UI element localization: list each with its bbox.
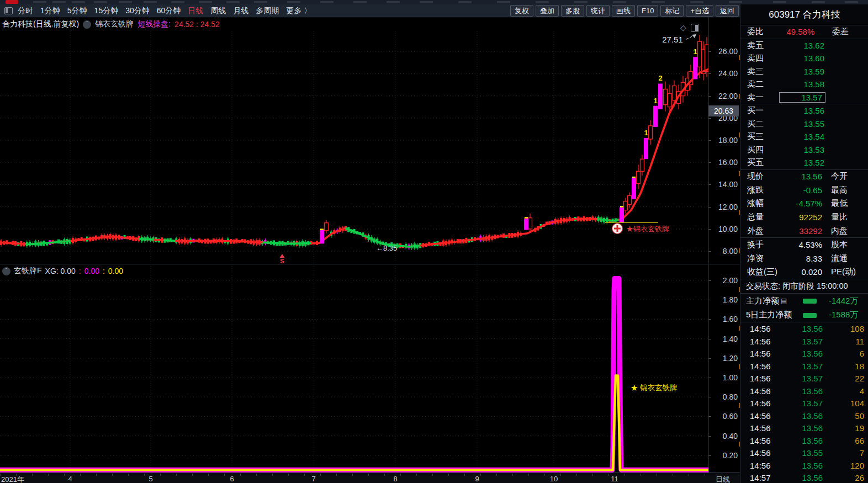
tick-time: 14:57 [740, 473, 783, 482]
weibi-label: 委比 [740, 26, 779, 37]
toolbar-button-统计[interactable]: 统计 [586, 5, 610, 17]
info-label-2: 最高 [822, 185, 868, 195]
toolbar-button-画线[interactable]: 画线 [612, 5, 635, 17]
period-tab-60分钟[interactable]: 60分钟 [157, 6, 181, 16]
info-label: 现价 [740, 171, 781, 182]
flow-row: 5日主力净额-1588万 [740, 308, 868, 322]
toolbar-button-F10[interactable]: F10 [637, 5, 658, 17]
toolbar-button-+自选[interactable]: +自选 [686, 5, 713, 17]
month-label: 6 [224, 475, 240, 483]
toolbar-button-标记[interactable]: 标记 [660, 5, 684, 17]
quote-panel: 603917 合力科技 委比 49.58% 委差 卖五13.62卖四13.60卖… [740, 4, 868, 483]
price-axis-tick [708, 51, 711, 52]
collapse-icon[interactable]: ˇ [2, 267, 10, 275]
period-tab-日线[interactable]: 日线 [188, 6, 203, 16]
period-tab-1分钟[interactable]: 1分钟 [40, 6, 60, 16]
price-axis-tick [708, 140, 711, 141]
period-tab-5分钟[interactable]: 5分钟 [67, 6, 87, 16]
indicator-panel-title: ˇ 玄铁牌F XG: 0.00 : 0.00 : 0.00 [2, 266, 123, 277]
ask-price[interactable]: 13.59 [779, 67, 824, 76]
stock-title: 合力科技(日线.前复权) [2, 19, 79, 29]
splitter-dash [739, 326, 740, 331]
stock-code-name[interactable]: 603917 合力科技 [740, 4, 868, 25]
indicator-name[interactable]: 锦衣玄铁牌 [95, 19, 134, 29]
tick-time: 14:56 [740, 448, 783, 458]
indicator-value-1: XG: 0.00 [45, 267, 76, 275]
indicator-axis-label: 1.40 [709, 335, 738, 343]
svg-text:S: S [280, 258, 284, 264]
bid-price[interactable]: 13.56 [779, 106, 824, 115]
tick-price: 13.57 [783, 337, 823, 346]
period-tab-多周期[interactable]: 多周期 [256, 6, 279, 16]
ask-price[interactable]: 13.57 [779, 92, 825, 103]
indicator-value-3: 0.00 [108, 267, 123, 275]
indicator-axis-tick [708, 339, 711, 339]
list-icon: ▤ [781, 297, 787, 305]
info-label-2: 今开 [822, 171, 868, 182]
indicator-axis-tick [708, 300, 711, 300]
diamond-icon[interactable]: ◇ [680, 23, 686, 32]
layout-pane-icon[interactable] [4, 7, 13, 14]
tick-volume: 6 [823, 349, 868, 358]
svg-text:←8.35: ←8.35 [376, 244, 397, 252]
indicator-axis-label: 1.80 [709, 295, 738, 304]
tick-row: 14:5613.5619 [740, 422, 868, 434]
last-price-tag: 20.63 [708, 105, 739, 116]
bid-price[interactable]: 13.53 [779, 145, 824, 155]
separator: : [103, 267, 105, 275]
signal-label: 短线操盘: [137, 19, 171, 29]
flow-bar-swatch [803, 299, 817, 304]
tick-volume: 18 [823, 362, 868, 371]
period-tab-分时[interactable]: 分时 [18, 6, 33, 16]
ask-price[interactable]: 13.62 [779, 41, 824, 50]
bid-row: 买五13.52 [740, 156, 868, 169]
ask-price[interactable]: 13.60 [779, 54, 824, 63]
bid-price[interactable]: 13.55 [779, 119, 824, 129]
toolbar-button-叠加[interactable]: 叠加 [536, 5, 559, 17]
svg-text:1: 1 [653, 97, 657, 105]
info-label-2: 量比 [822, 212, 868, 222]
splitter-dash [739, 287, 740, 292]
tick-price: 13.55 [783, 448, 823, 458]
tick-time: 14:56 [740, 436, 783, 445]
panel-divider[interactable] [0, 264, 740, 264]
trading-status: 交易状态: 闭市阶段 15:00:00 [740, 279, 868, 294]
indicator-chart[interactable]: ★ 锦衣玄铁牌 [0, 264, 708, 483]
toolbar-button-多股[interactable]: 多股 [561, 5, 584, 17]
tick-price: 13.56 [783, 411, 823, 421]
split-pane-icon[interactable] [691, 24, 699, 32]
period-tab-更多 〉[interactable]: 更多 〉 [286, 6, 311, 16]
price-axis-label: 16.00 [709, 158, 738, 167]
price-axis-label: 18.00 [709, 136, 738, 145]
splitter-dash [739, 55, 740, 60]
toolbar-button-返回[interactable]: 返回 [716, 5, 739, 17]
period-tab-30分钟[interactable]: 30分钟 [125, 6, 150, 16]
period-tab-周线[interactable]: 周线 [210, 6, 226, 16]
bid-price[interactable]: 13.52 [779, 158, 824, 167]
indicator-name[interactable]: 玄铁牌F [14, 266, 42, 276]
info-label-2: 内盘 [822, 226, 868, 236]
month-label: 5 [143, 475, 158, 483]
ask-price[interactable]: 13.58 [779, 79, 824, 89]
indicator-axis-tick [708, 280, 711, 281]
bid-label: 买二 [740, 119, 779, 129]
splitter-dash [739, 210, 740, 215]
period-tab-月线[interactable]: 月线 [233, 6, 248, 16]
period-tab-15分钟[interactable]: 15分钟 [94, 6, 119, 16]
indicator-axis-label: 0.80 [709, 392, 738, 401]
ask-row: 卖三13.59 [740, 65, 868, 78]
collapse-icon[interactable]: ˇ [83, 20, 91, 29]
toolbar-button-复权[interactable]: 复权 [510, 5, 533, 17]
tick-volume: 11 [823, 337, 868, 346]
info-value: 92252 [781, 213, 822, 222]
tick-row: 14:5613.564 [740, 385, 868, 397]
tick-price: 13.56 [783, 386, 823, 396]
info-row: 涨幅-4.57%最低 [740, 197, 868, 211]
bid-price[interactable]: 13.54 [779, 132, 824, 141]
info-row: 现价13.56今开 [740, 170, 868, 184]
price-axis-tick [708, 118, 711, 119]
price-axis-label: 8.00 [709, 247, 738, 256]
main-kline-chart[interactable]: 112127.51←8.35★锦衣玄铁牌S [0, 31, 708, 264]
info-label: 收益(三) [740, 267, 781, 277]
tick-list[interactable]: 14:5613.5610814:5613.571114:5613.56614:5… [740, 322, 868, 483]
